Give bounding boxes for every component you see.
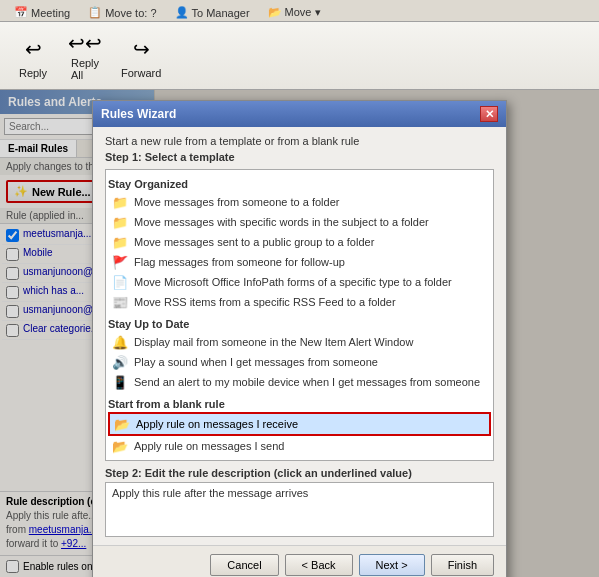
dialog-overlay: Rules Wizard ✕ Start a new rule from a t… (0, 90, 599, 577)
reply-icon: ↩ (17, 33, 49, 65)
forward-label: Forward (121, 67, 161, 79)
folder-icon-3: 📁 (112, 234, 128, 250)
blank-rule-icon-1: 📂 (114, 416, 130, 432)
template-item-5[interactable]: 📄 Move Microsoft Office InfoPath forms o… (108, 272, 491, 292)
alert-icon: 🔔 (112, 334, 128, 350)
tab-to-manager[interactable]: 👤 To Manager (169, 4, 256, 21)
template-item-4[interactable]: 🚩 Flag messages from someone for follow-… (108, 252, 491, 272)
template-item-8[interactable]: 🔊 Play a sound when I get messages from … (108, 352, 491, 372)
ribbon: ↩ Reply ↩↩ ReplyAll ↪ Forward (0, 22, 599, 90)
dialog-title: Rules Wizard (101, 107, 176, 121)
template-item-3[interactable]: 📁 Move messages sent to a public group t… (108, 232, 491, 252)
reply-all-button[interactable]: ↩↩ ReplyAll (60, 27, 110, 85)
template-item-apply-receive[interactable]: 📂 Apply rule on messages I receive (108, 412, 491, 436)
meeting-icon: 📅 (14, 6, 28, 19)
step2-text: Apply this rule after the message arrive… (112, 487, 308, 499)
section-stay-organized: Stay Organized 📁 Move messages from some… (108, 178, 491, 312)
blank-rule-title: Start from a blank rule (108, 398, 491, 410)
toolbar-tabs: 📅 Meeting 📋 Move to: ? 👤 To Manager 📂 Mo… (0, 0, 599, 22)
section-blank-rule: Start from a blank rule 📂 Apply rule on … (108, 398, 491, 456)
main-content: Rules and Alerts E-mail Rules Mana... Ap… (0, 90, 599, 577)
dialog-titlebar: Rules Wizard ✕ (93, 101, 506, 127)
rules-wizard-dialog: Rules Wizard ✕ Start a new rule from a t… (92, 100, 507, 577)
stay-organized-title: Stay Organized (108, 178, 491, 190)
cancel-button[interactable]: Cancel (210, 554, 278, 576)
tab-meeting[interactable]: 📅 Meeting (8, 4, 76, 21)
finish-button[interactable]: Finish (431, 554, 494, 576)
blank-rule-icon-2: 📂 (112, 438, 128, 454)
manager-icon: 👤 (175, 6, 189, 19)
forward-icon: ↪ (125, 33, 157, 65)
stay-uptodate-title: Stay Up to Date (108, 318, 491, 330)
dialog-footer: Cancel < Back Next > Finish (93, 545, 506, 577)
tab-move-to[interactable]: 📋 Move to: ? (82, 4, 162, 21)
template-item-7[interactable]: 🔔 Display mail from someone in the New I… (108, 332, 491, 352)
forward-button[interactable]: ↪ Forward (112, 27, 170, 85)
reply-all-label: ReplyAll (71, 57, 99, 81)
template-list: Stay Organized 📁 Move messages from some… (105, 169, 494, 461)
folder-icon-1: 📁 (112, 194, 128, 210)
moveto-icon: 📋 (88, 6, 102, 19)
step2-edit-area[interactable]: Apply this rule after the message arrive… (105, 482, 494, 537)
step1-label: Step 1: Select a template (105, 151, 494, 163)
step2-label: Step 2: Edit the rule description (click… (105, 467, 494, 479)
sound-icon: 🔊 (112, 354, 128, 370)
infopath-icon: 📄 (112, 274, 128, 290)
template-item-1[interactable]: 📁 Move messages from someone to a folder (108, 192, 491, 212)
template-item-2[interactable]: 📁 Move messages with specific words in t… (108, 212, 491, 232)
rss-icon: 📰 (112, 294, 128, 310)
dialog-close-button[interactable]: ✕ (480, 106, 498, 122)
tab-move[interactable]: 📂 Move ▾ (262, 4, 327, 21)
flag-icon: 🚩 (112, 254, 128, 270)
template-item-6[interactable]: 📰 Move RSS items from a specific RSS Fee… (108, 292, 491, 312)
folder-icon-2: 📁 (112, 214, 128, 230)
mobile-icon: 📱 (112, 374, 128, 390)
next-button[interactable]: Next > (359, 554, 425, 576)
toolbar-tab-icons: 📅 Meeting 📋 Move to: ? 👤 To Manager 📂 Mo… (8, 4, 327, 21)
template-item-apply-send[interactable]: 📂 Apply rule on messages I send (108, 436, 491, 456)
section-stay-uptodate: Stay Up to Date 🔔 Display mail from some… (108, 318, 491, 392)
move-icon: 📂 (268, 6, 282, 19)
dialog-intro: Start a new rule from a template or from… (105, 135, 494, 147)
reply-label: Reply (19, 67, 47, 79)
reply-button[interactable]: ↩ Reply (8, 27, 58, 85)
dialog-body: Start a new rule from a template or from… (93, 127, 506, 545)
back-button[interactable]: < Back (285, 554, 353, 576)
template-item-9[interactable]: 📱 Send an alert to my mobile device when… (108, 372, 491, 392)
reply-all-icon: ↩↩ (69, 31, 101, 55)
